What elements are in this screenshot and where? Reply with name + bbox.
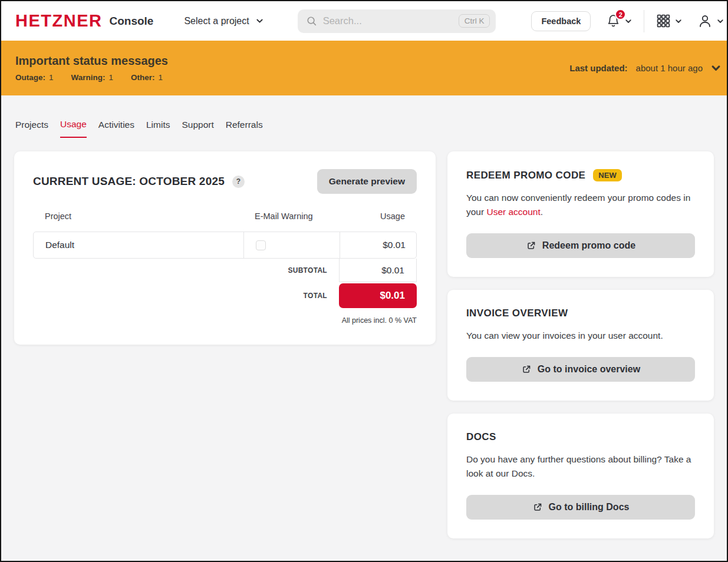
redeem-promo-card: REDEEM PROMO CODE NEW You can now conven… <box>447 151 714 277</box>
chevron-down-icon <box>675 18 682 25</box>
search-input[interactable] <box>323 15 453 27</box>
promo-card-title: REDEEM PROMO CODE <box>466 170 585 181</box>
generate-preview-button[interactable]: Generate preview <box>317 169 417 194</box>
table-row: Default $0.01 <box>33 232 417 259</box>
apps-grid-icon <box>656 14 671 28</box>
navbar-actions: Feedback 2 <box>531 10 724 32</box>
docs-card-body: Do you have any further questions about … <box>466 452 695 481</box>
chevron-down-icon <box>625 18 632 25</box>
email-warning-checkbox[interactable] <box>256 240 266 250</box>
go-to-billing-docs-button[interactable]: Go to billing Docs <box>466 495 695 520</box>
promo-body-period: . <box>541 207 543 217</box>
external-link-icon <box>532 502 543 513</box>
docs-card: DOCS Do you have any further questions a… <box>447 414 714 538</box>
outage-count: Outage: 1 <box>15 73 54 82</box>
tab-referrals[interactable]: Referrals <box>226 119 263 138</box>
invoice-overview-card: INVOICE OVERVIEW You can view your invoi… <box>447 290 714 401</box>
go-to-billing-docs-label: Go to billing Docs <box>549 502 630 513</box>
other-count: Other: 1 <box>131 73 163 82</box>
subtotal-value: $0.01 <box>339 259 417 282</box>
side-column: REDEEM PROMO CODE NEW You can now conven… <box>447 151 714 538</box>
user-account-link[interactable]: User account <box>486 207 540 217</box>
status-banner-expand-toggle[interactable]: Last updated: about 1 hour ago <box>569 63 721 73</box>
other-label: Other: <box>131 73 155 82</box>
chevron-down-icon <box>256 17 263 25</box>
last-updated-label: Last updated: <box>569 63 627 73</box>
current-usage-card: CURRENT USAGE: OCTOBER 2025 ? Generate p… <box>14 151 436 345</box>
subtotal-row: SUBTOTAL $0.01 <box>33 259 417 282</box>
top-navbar: HETZNER Console Select a project Ctrl K … <box>1 1 727 41</box>
usage-table-header-row: Project E-Mail Warning Usage <box>33 211 417 232</box>
last-updated-value: about 1 hour ago <box>636 63 703 73</box>
go-to-invoice-overview-label: Go to invoice overview <box>538 364 640 375</box>
tab-support[interactable]: Support <box>182 119 213 138</box>
brand-home-link[interactable]: HETZNER Console <box>15 11 153 31</box>
external-link-icon <box>526 240 536 251</box>
usage-card-header: CURRENT USAGE: OCTOBER 2025 ? Generate p… <box>33 169 417 194</box>
tab-usage[interactable]: Usage <box>60 119 87 138</box>
total-label: TOTAL <box>33 292 339 300</box>
warning-count: Warning: 1 <box>71 73 114 82</box>
email-warning-cell <box>243 232 340 258</box>
outage-label: Outage: <box>15 73 45 82</box>
warning-label: Warning: <box>71 73 106 82</box>
account-menu-button[interactable] <box>697 14 724 29</box>
total-value: $0.01 <box>339 283 417 308</box>
vat-note: All prices incl. 0 % VAT <box>33 316 417 325</box>
docs-card-title: DOCS <box>466 431 496 443</box>
tab-projects[interactable]: Projects <box>15 119 48 138</box>
total-row: TOTAL $0.01 <box>33 283 417 308</box>
usage-value-cell: $0.01 <box>340 232 417 258</box>
new-badge: NEW <box>593 169 621 181</box>
status-banner-title: Important status messages <box>15 54 168 68</box>
outage-value: 1 <box>49 73 54 82</box>
column-header-email-warning: E-Mail Warning <box>243 211 339 221</box>
project-name-cell: Default <box>34 240 243 250</box>
chevron-down-icon <box>711 63 721 73</box>
bell-icon: 2 <box>606 14 621 28</box>
subtotal-label: SUBTOTAL <box>33 266 339 275</box>
feedback-button[interactable]: Feedback <box>531 11 591 31</box>
status-banner-left: Important status messages Outage: 1 Warn… <box>15 54 168 82</box>
redeem-promo-code-label: Redeem promo code <box>542 240 635 251</box>
chevron-down-icon <box>717 18 724 25</box>
hetzner-logo: HETZNER <box>15 11 102 31</box>
redeem-promo-code-button[interactable]: Redeem promo code <box>466 233 695 258</box>
user-icon <box>697 14 713 29</box>
status-counts: Outage: 1 Warning: 1 Other: 1 <box>15 73 168 82</box>
account-tabs: Projects Usage Activities Limits Support… <box>1 119 727 138</box>
tab-activities[interactable]: Activities <box>98 119 134 138</box>
warning-value: 1 <box>109 73 114 82</box>
external-link-icon <box>521 364 532 375</box>
column-header-usage: Usage <box>339 211 417 221</box>
promo-card-body: You can now conveniently redeem your pro… <box>466 191 695 219</box>
hetzner-console-window: HETZNER Console Select a project Ctrl K … <box>0 0 728 562</box>
apps-menu-button[interactable] <box>656 14 682 28</box>
notifications-button[interactable]: 2 <box>606 14 632 28</box>
invoice-card-title: INVOICE OVERVIEW <box>466 308 568 319</box>
column-header-project: Project <box>33 211 243 221</box>
project-selector-label: Select a project <box>184 16 249 27</box>
search-icon <box>306 15 317 27</box>
search-shortcut-hint: Ctrl K <box>459 14 490 28</box>
help-icon[interactable]: ? <box>232 176 245 188</box>
go-to-invoice-overview-button[interactable]: Go to invoice overview <box>466 357 695 382</box>
usage-table: Project E-Mail Warning Usage Default $0.… <box>33 211 417 325</box>
main-content: CURRENT USAGE: OCTOBER 2025 ? Generate p… <box>1 138 727 538</box>
usage-card-title: CURRENT USAGE: OCTOBER 2025 <box>33 175 225 188</box>
project-selector-dropdown[interactable]: Select a project <box>184 16 263 27</box>
status-banner: Important status messages Outage: 1 Warn… <box>1 41 727 95</box>
product-name: Console <box>109 15 153 28</box>
navbar-divider <box>644 10 644 32</box>
tab-limits[interactable]: Limits <box>146 119 170 138</box>
search-bar[interactable]: Ctrl K <box>298 9 496 33</box>
invoice-card-body: You can view your invoices in your user … <box>466 329 695 343</box>
other-value: 1 <box>159 73 163 82</box>
